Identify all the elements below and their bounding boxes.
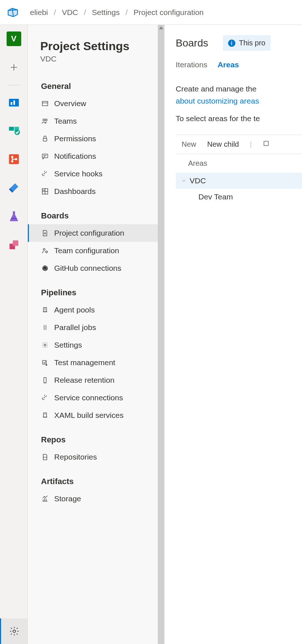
breadcrumb-sep-icon: / — [54, 8, 56, 17]
settings-item-agent-pools[interactable]: Agent pools — [28, 301, 164, 319]
content-title: Boards — [176, 37, 208, 49]
rail-repos[interactable] — [7, 152, 21, 166]
area-tree-child[interactable]: Dev Team — [176, 189, 302, 205]
settings-item-label: XAML build services — [54, 411, 123, 420]
breadcrumb: eliebi / VDC / Settings / Project config… — [30, 8, 204, 17]
settings-item-permissions[interactable]: Permissions — [28, 130, 164, 147]
section-boards: Boards — [28, 200, 164, 224]
chat-icon — [41, 153, 49, 160]
section-pipelines: Pipelines — [28, 277, 164, 301]
sidebar-scrollbar[interactable] — [158, 25, 164, 644]
settings-item-label: Notifications — [54, 152, 96, 161]
plug-icon — [41, 170, 49, 177]
content-area: Boards i This pro Iterations Areas Creat… — [165, 25, 302, 644]
settings-item-label: Service hooks — [54, 169, 102, 178]
settings-item-parallel-jobs[interactable]: Parallel jobs — [28, 319, 164, 336]
devops-logo-icon[interactable] — [7, 6, 19, 19]
section-general: General — [28, 71, 164, 95]
page-title: Project Settings — [28, 40, 164, 53]
settings-item-service-connections[interactable]: Service connections — [28, 389, 164, 407]
people-icon — [41, 117, 49, 125]
settings-item-settings[interactable]: Settings — [28, 336, 164, 354]
settings-item-repositories[interactable]: Repositories — [28, 448, 164, 466]
content-desc-text: Create and manage the — [176, 85, 257, 93]
settings-item-label: Release retention — [54, 376, 115, 385]
rail-testplans[interactable] — [7, 209, 21, 224]
content-description: Create and manage the about customizing … — [176, 83, 302, 107]
settings-item-teams[interactable]: Teams — [28, 112, 164, 130]
tab-iterations[interactable]: Iterations — [176, 60, 207, 73]
breadcrumb-section[interactable]: Settings — [92, 8, 120, 17]
page-subtitle: VDC — [28, 53, 164, 71]
settings-item-xaml[interactable]: XAML build services — [28, 407, 164, 424]
rail-overview[interactable] — [7, 95, 21, 109]
settings-item-overview[interactable]: Overview — [28, 95, 164, 112]
rail-pipelines[interactable] — [7, 180, 21, 195]
gear-icon — [41, 341, 49, 349]
settings-item-dashboards[interactable]: Dashboards — [28, 183, 164, 200]
settings-item-label: Repositories — [54, 453, 97, 461]
breadcrumb-current: Project configuration — [134, 8, 204, 17]
settings-item-label: Dashboards — [54, 187, 96, 196]
rail-add-button[interactable] — [7, 60, 21, 75]
project-initial-badge: V — [7, 31, 21, 46]
svg-point-14 — [43, 119, 45, 121]
area-tree-label: Dev Team — [198, 192, 233, 201]
plug-icon — [41, 394, 49, 401]
rail-project-badge[interactable]: V — [7, 31, 21, 46]
settings-item-label: Project configuration — [54, 229, 124, 237]
content-desc-link[interactable]: about customizing areas — [176, 97, 259, 105]
settings-item-test-management[interactable]: Test management — [28, 354, 164, 371]
section-repos: Repos — [28, 424, 164, 448]
left-nav-rail: V — [0, 25, 28, 644]
pipelines-icon — [7, 181, 20, 194]
toolbar-new-button[interactable]: New — [182, 140, 196, 149]
rail-settings-button[interactable] — [0, 618, 27, 644]
settings-item-label: Parallel jobs — [54, 323, 96, 332]
top-breadcrumb-bar: eliebi / VDC / Settings / Project config… — [0, 0, 302, 25]
settings-item-service-hooks[interactable]: Service hooks — [28, 165, 164, 183]
settings-item-notifications[interactable]: Notifications — [28, 147, 164, 165]
phone-icon — [41, 377, 49, 384]
rail-divider — [7, 85, 20, 85]
toolbar-more-icon[interactable] — [263, 140, 269, 149]
settings-item-label: Storage — [54, 494, 81, 503]
svg-rect-25 — [42, 360, 46, 364]
section-artifacts: Artifacts — [28, 466, 164, 490]
breadcrumb-sep-icon: / — [126, 8, 128, 17]
server-icon — [41, 412, 49, 419]
content-tabs: Iterations Areas — [176, 60, 302, 73]
rail-artifacts[interactable] — [7, 237, 21, 252]
repos-icon — [7, 153, 20, 166]
project-settings-sidebar: Project Settings VDC General Overview Te… — [28, 25, 165, 644]
settings-item-label: Test management — [54, 358, 115, 367]
flask-icon — [7, 210, 20, 223]
toolbar-new-child-button[interactable]: New child — [207, 140, 239, 149]
areas-toolbar: New New child | — [176, 135, 302, 154]
svg-rect-13 — [42, 101, 48, 106]
breadcrumb-project[interactable]: VDC — [62, 8, 78, 17]
content-description-2: To select areas for the te — [176, 114, 302, 123]
scroll-up-icon — [159, 26, 163, 29]
settings-item-storage[interactable]: Storage — [28, 490, 164, 508]
tab-areas[interactable]: Areas — [217, 60, 239, 73]
settings-item-github[interactable]: GitHub connections — [28, 259, 164, 277]
info-callout[interactable]: i This pro — [223, 35, 271, 51]
info-icon: i — [228, 40, 235, 47]
people-gear-icon — [41, 247, 49, 254]
svg-point-15 — [45, 119, 47, 121]
boards-icon — [7, 124, 20, 137]
settings-item-project-config[interactable]: Project configuration — [28, 224, 164, 242]
rail-boards[interactable] — [7, 123, 21, 138]
svg-rect-1 — [11, 102, 12, 105]
svg-point-24 — [44, 344, 46, 346]
lock-icon — [41, 135, 49, 142]
area-tree-root[interactable]: VDC — [176, 173, 302, 189]
svg-point-12 — [13, 630, 16, 633]
breadcrumb-org[interactable]: eliebi — [30, 8, 48, 17]
toolbar-sep: | — [250, 140, 252, 149]
settings-item-release-retention[interactable]: Release retention — [28, 371, 164, 389]
beaker-check-icon — [41, 359, 49, 366]
settings-item-team-config[interactable]: Team configuration — [28, 242, 164, 259]
svg-point-20 — [43, 248, 45, 250]
